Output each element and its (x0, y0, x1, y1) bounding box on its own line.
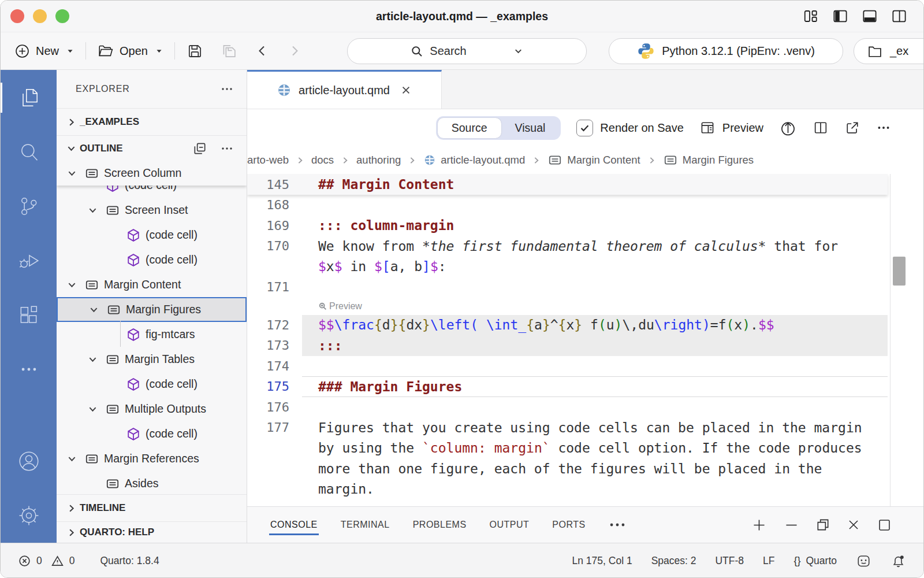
visual-mode-button[interactable]: Visual (501, 118, 560, 138)
save-icon[interactable] (186, 42, 204, 60)
panel-tab-terminal[interactable]: TERMINAL (340, 515, 391, 535)
more-actions-icon[interactable] (608, 515, 627, 535)
save-all-icon[interactable] (220, 42, 238, 60)
panel-tab-ports[interactable]: PORTS (551, 515, 586, 535)
tree-row-code-cell[interactable]: (code cell) (57, 186, 247, 198)
panel-tab-problems[interactable]: PROBLEMS (412, 515, 468, 535)
chevron-down-icon[interactable] (82, 354, 103, 365)
indentation[interactable]: Spaces: 2 (651, 555, 696, 567)
cursor-position[interactable]: Ln 175, Col 1 (572, 555, 632, 567)
activity-more[interactable] (1, 353, 57, 386)
chevron-down-icon[interactable] (82, 403, 103, 414)
codelens-preview[interactable]: Preview (318, 301, 362, 312)
language-mode[interactable]: {} Quarto (793, 555, 837, 567)
activity-explorer[interactable] (1, 81, 57, 114)
tree-row-fig-mtcars[interactable]: fig-mtcars (57, 322, 247, 347)
notifications-bell-icon[interactable] (891, 553, 906, 569)
python-interpreter-button[interactable]: Python 3.12.1 (PipEnv: .venv) (609, 38, 843, 64)
activity-run-debug[interactable] (1, 244, 57, 277)
zoom-window-button[interactable] (55, 9, 69, 23)
open-button[interactable]: Open (97, 43, 163, 60)
customize-layout-icon[interactable] (802, 8, 819, 25)
search-input[interactable]: Search (347, 38, 587, 64)
collapse-all-icon[interactable] (192, 141, 207, 156)
minimize-panel-icon[interactable] (783, 517, 800, 533)
toggle-secondary-sidebar-icon[interactable] (891, 8, 908, 25)
tree-row-code-cell[interactable]: (code cell) (57, 247, 247, 272)
tree-row-code-cell[interactable]: (code cell) (57, 421, 247, 446)
more-actions-icon[interactable] (876, 120, 891, 135)
tree-row-screen-inset[interactable]: Screen Inset (57, 198, 247, 223)
activity-source-control[interactable] (1, 190, 57, 223)
section-outline[interactable]: OUTLINE (57, 135, 247, 161)
breadcrumb-arto-web[interactable]: arto-web (247, 154, 289, 166)
toggle-panel-icon[interactable] (861, 8, 878, 25)
go-back-icon[interactable] (255, 44, 269, 58)
chevron-down-icon[interactable] (61, 168, 82, 179)
workspace-button[interactable]: _ex (854, 38, 924, 64)
more-actions-icon[interactable] (220, 82, 234, 96)
source-mode-button[interactable]: Source (438, 118, 501, 138)
render-circle-arrow-icon[interactable] (779, 119, 797, 137)
new-button[interactable]: New (14, 43, 74, 59)
scrollbar-thumb[interactable] (893, 257, 906, 286)
tree-row-margin-references[interactable]: Margin References (57, 446, 247, 471)
breadcrumb-label: Margin Content (567, 154, 640, 166)
checkbox-checked-icon[interactable] (576, 120, 593, 136)
tab-article-layout[interactable]: article-layout.qmd (247, 70, 442, 109)
problems-status[interactable]: 0 0 (18, 554, 74, 568)
go-forward-icon[interactable] (288, 44, 301, 58)
close-window-button[interactable] (10, 9, 24, 23)
encoding[interactable]: UTF-8 (715, 555, 744, 567)
activity-search[interactable] (1, 136, 57, 168)
section-examples[interactable]: _EXAMPLES (57, 108, 247, 135)
feedback-smiley-icon[interactable] (856, 553, 871, 569)
code-token: \left( (430, 317, 478, 332)
breadcrumb-article-layout-qmd[interactable]: article-layout.qmd (423, 154, 525, 166)
quarto-version[interactable]: Quarto: 1.8.4 (100, 555, 159, 567)
more-icon (19, 360, 39, 379)
breadcrumb-margin-content[interactable]: Margin Content (547, 153, 640, 168)
breadcrumb-authoring[interactable]: authoring (356, 154, 401, 166)
render-on-save-control[interactable]: Render on Save (576, 120, 684, 136)
panel-tab-output[interactable]: OUTPUT (489, 515, 531, 535)
tree-row-margin-tables[interactable]: Margin Tables (57, 347, 247, 372)
toggle-primary-sidebar-icon[interactable] (832, 8, 849, 25)
close-panel-icon[interactable] (846, 517, 861, 532)
tree-row-margin-figures[interactable]: Margin Figures (57, 297, 247, 322)
breadcrumb-docs[interactable]: docs (311, 154, 334, 166)
tree-row-multiple-outputs[interactable]: Multiple Outputs (57, 397, 247, 421)
error-count: 0 (36, 555, 42, 567)
code-token: x (734, 317, 742, 332)
code-token: ### Margin Figures (318, 379, 462, 394)
chevron-down-icon[interactable] (61, 279, 82, 290)
section-timeline[interactable]: TIMELINE (57, 494, 247, 521)
eol-sequence[interactable]: LF (763, 555, 774, 567)
tree-row-asides[interactable]: Asides (57, 471, 247, 494)
chevron-down-icon[interactable] (61, 453, 82, 464)
tree-row-code-cell[interactable]: (code cell) (57, 223, 247, 247)
activity-account[interactable] (1, 445, 57, 477)
tree-row-code-cell[interactable]: (code cell) (57, 372, 247, 397)
split-editor-icon[interactable] (813, 120, 829, 136)
activity-settings[interactable] (1, 499, 57, 532)
code-editor[interactable]: 145## Margin Content168169::: column-mar… (247, 174, 923, 506)
new-panel-icon[interactable] (751, 517, 767, 533)
open-external-icon[interactable] (844, 120, 860, 136)
code-line-text: $x$ in $[a, b]$: (302, 257, 888, 277)
panel-tab-console[interactable]: CONSOLE (269, 515, 319, 535)
restore-panel-icon[interactable] (815, 517, 830, 532)
close-icon[interactable] (400, 84, 412, 96)
minimize-window-button[interactable] (33, 9, 47, 23)
chevron-down-icon[interactable] (83, 304, 104, 315)
section-quarto-help[interactable]: QUARTO: HELP (57, 521, 247, 543)
activity-extensions[interactable] (1, 299, 57, 331)
tree-row-margin-content[interactable]: Margin Content (57, 272, 247, 297)
preview-button[interactable]: Preview (699, 120, 763, 136)
maximize-panel-icon[interactable] (877, 517, 892, 533)
chevron-down-icon[interactable] (82, 205, 103, 216)
tree-row-screen-column[interactable]: Screen Column (57, 161, 247, 186)
more-actions-icon[interactable] (220, 142, 234, 155)
code-token: { (374, 317, 382, 332)
breadcrumb-margin-figures[interactable]: Margin Figures (663, 153, 754, 168)
